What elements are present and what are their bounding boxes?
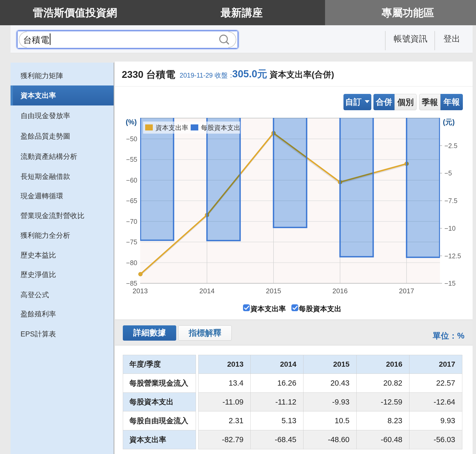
svg-text:−7.5: −7.5	[444, 197, 457, 204]
svg-text:−5: −5	[444, 169, 452, 177]
svg-text:(%): (%)	[126, 118, 137, 126]
svg-text:−50: −50	[126, 135, 137, 143]
svg-text:2016: 2016	[332, 287, 348, 295]
svg-text:−65: −65	[126, 197, 137, 204]
svg-text:−2.5: −2.5	[444, 142, 457, 149]
svg-text:−12.5: −12.5	[444, 252, 461, 260]
svg-text:2017: 2017	[399, 287, 414, 295]
svg-text:−15: −15	[444, 280, 455, 287]
svg-text:2014: 2014	[199, 287, 215, 295]
svg-text:−75: −75	[126, 238, 137, 246]
svg-text:(元): (元)	[443, 118, 455, 126]
svg-text:2013: 2013	[133, 287, 148, 295]
svg-text:−70: −70	[126, 218, 137, 225]
svg-text:−10: −10	[444, 225, 455, 232]
svg-text:2015: 2015	[266, 287, 281, 295]
svg-text:−85: −85	[126, 280, 137, 287]
svg-text:每股資本支出: 每股資本支出	[201, 124, 240, 131]
svg-text:−55: −55	[126, 156, 137, 163]
svg-text:資本支出率: 資本支出率	[155, 124, 188, 131]
svg-text:−60: −60	[126, 176, 137, 184]
svg-text:−80: −80	[126, 259, 137, 266]
